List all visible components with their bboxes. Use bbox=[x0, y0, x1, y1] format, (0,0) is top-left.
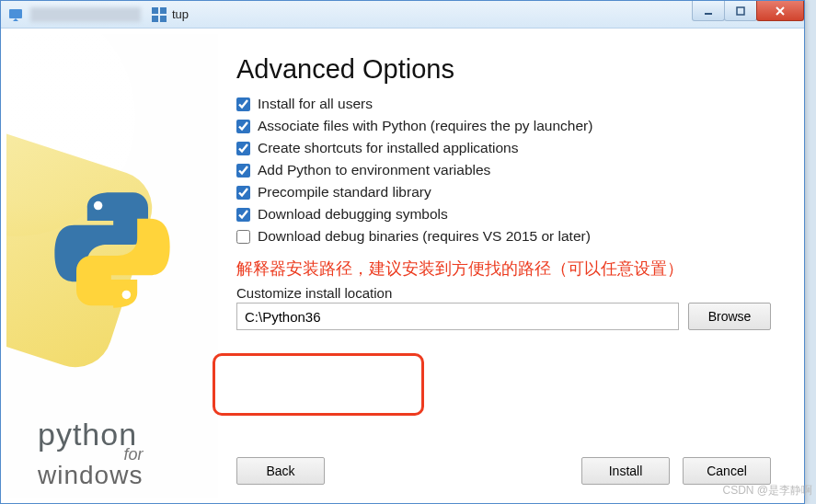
checkbox-add-to-path[interactable] bbox=[236, 164, 250, 178]
checkbox-precompile[interactable] bbox=[236, 186, 250, 200]
install-path-input[interactable] bbox=[236, 303, 679, 330]
svg-rect-0 bbox=[9, 9, 22, 18]
checkbox-associate-files[interactable] bbox=[236, 120, 250, 133]
brand-text: python for windows bbox=[38, 418, 143, 488]
install-button[interactable]: Install bbox=[581, 457, 670, 485]
option-debug-binaries[interactable]: Download debug binaries (requires VS 201… bbox=[236, 228, 771, 245]
option-precompile[interactable]: Precompile standard library bbox=[236, 184, 771, 200]
option-create-shortcuts[interactable]: Create shortcuts for installed applicati… bbox=[236, 140, 771, 156]
svg-rect-1 bbox=[152, 7, 158, 14]
option-label: Download debug binaries (requires VS 201… bbox=[258, 228, 591, 245]
option-associate-files[interactable]: Associate files with Python (requires th… bbox=[236, 118, 771, 134]
option-label: Associate files with Python (requires th… bbox=[258, 118, 592, 134]
app-icon bbox=[8, 7, 23, 22]
option-install-all-users[interactable]: Install for all users bbox=[236, 96, 771, 112]
annotation-highlight-box bbox=[213, 353, 424, 416]
option-label: Download debugging symbols bbox=[258, 206, 448, 223]
back-button[interactable]: Back bbox=[236, 457, 325, 485]
option-label: Add Python to environment variables bbox=[258, 162, 490, 178]
options-list: Install for all users Associate files wi… bbox=[236, 96, 771, 245]
option-add-to-path[interactable]: Add Python to environment variables bbox=[236, 162, 771, 178]
titlebar[interactable]: tup bbox=[1, 1, 804, 29]
annotation-text: 解释器安装路径，建议安装到方便找的路径（可以任意设置） bbox=[236, 258, 771, 280]
obscured-title-part bbox=[30, 7, 141, 22]
close-button[interactable] bbox=[756, 1, 804, 21]
maximize-button[interactable] bbox=[724, 1, 757, 21]
svg-rect-6 bbox=[737, 7, 744, 15]
option-debug-symbols[interactable]: Download debugging symbols bbox=[236, 206, 771, 223]
customize-label: Customize install location bbox=[236, 285, 771, 301]
maximize-icon bbox=[735, 6, 746, 17]
brand-line3: windows bbox=[38, 463, 143, 488]
python-logo-icon bbox=[52, 190, 172, 310]
window-controls bbox=[693, 1, 804, 21]
option-label: Create shortcuts for installed applicati… bbox=[258, 140, 518, 156]
browse-button[interactable]: Browse bbox=[688, 303, 771, 330]
path-row: Browse bbox=[236, 303, 771, 330]
content-area: python for windows Advanced Options Inst… bbox=[1, 29, 804, 503]
svg-rect-3 bbox=[152, 16, 158, 22]
svg-point-9 bbox=[94, 201, 102, 210]
page-title: Advanced Options bbox=[236, 54, 771, 85]
main-panel: Advanced Options Install for all users A… bbox=[218, 34, 799, 498]
option-label: Install for all users bbox=[258, 96, 373, 112]
svg-point-10 bbox=[122, 291, 131, 299]
minimize-button[interactable] bbox=[692, 1, 725, 21]
svg-rect-2 bbox=[160, 7, 167, 14]
checkbox-install-all-users[interactable] bbox=[236, 97, 250, 111]
sidebar: python for windows bbox=[6, 34, 218, 498]
minimize-icon bbox=[703, 6, 714, 17]
cancel-button[interactable]: Cancel bbox=[683, 457, 771, 485]
close-icon bbox=[774, 6, 787, 17]
secondary-icon bbox=[152, 7, 167, 22]
window-title: tup bbox=[172, 7, 189, 21]
option-label: Precompile standard library bbox=[258, 184, 431, 200]
checkbox-debug-symbols[interactable] bbox=[236, 208, 250, 222]
checkbox-create-shortcuts[interactable] bbox=[236, 142, 250, 155]
checkbox-debug-binaries[interactable] bbox=[236, 230, 250, 244]
button-row: Back Install Cancel bbox=[236, 457, 771, 485]
svg-rect-4 bbox=[160, 16, 167, 22]
installer-window: tup python for bbox=[0, 0, 805, 504]
